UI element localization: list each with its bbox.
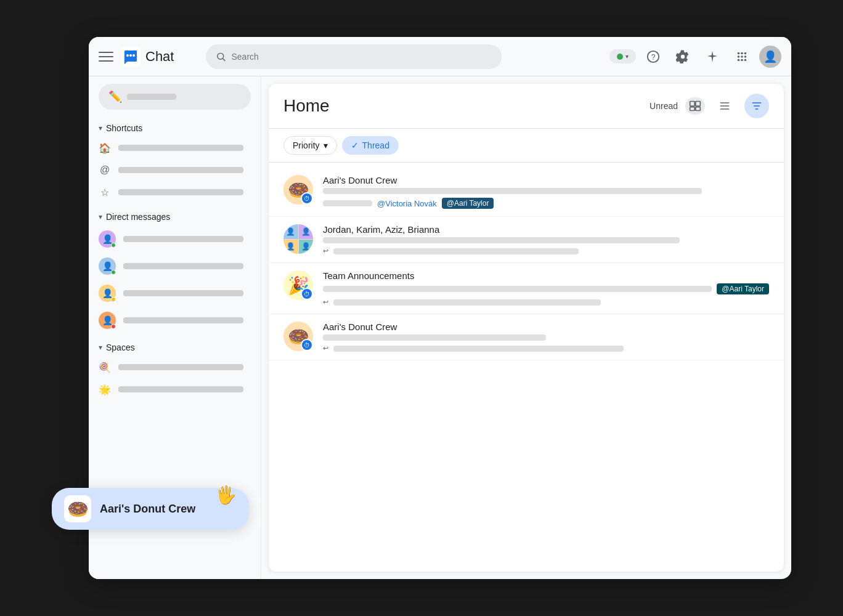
space-name-2: [118, 386, 243, 392]
priority-label: Priority: [293, 140, 320, 150]
conv-preview-1: [323, 188, 702, 194]
thread-icon-3: ↩: [323, 298, 328, 306]
conv-mention-bar-1: [323, 200, 372, 206]
conv-content-3: Team Announcements @Aari Taylor ↩: [323, 270, 769, 306]
dm-title: Direct messages: [106, 212, 170, 222]
menu-icon[interactable]: [99, 49, 113, 64]
dm-avatar-4: 👤: [99, 312, 116, 329]
mentions-label: [118, 167, 243, 173]
app-container: Chat ▾ ?: [52, 37, 791, 579]
conv-badge-4: ⏱: [301, 339, 313, 351]
svg-rect-19: [690, 107, 695, 111]
conv-item-1[interactable]: 🍩 ⏱ Aari's Donut Crew @Victoria Novák @A…: [269, 168, 784, 217]
spaces-header[interactable]: ▾ Spaces: [89, 339, 261, 356]
space-icon-1: 🍭: [99, 361, 111, 373]
view-icon: [719, 100, 731, 112]
spaces-section: ▾ Spaces 🍭 🌟: [89, 339, 261, 400]
sidebar-item-mentions[interactable]: @: [89, 159, 253, 181]
filter-icon: [751, 100, 763, 112]
spaces-item-1[interactable]: 🍭: [89, 356, 253, 378]
conv-preview-3: [323, 286, 712, 292]
conv-item-3[interactable]: 🎉 ⏱ Team Announcements @Aari Taylor ↩: [269, 263, 784, 314]
dm-header[interactable]: ▾ Direct messages: [89, 208, 261, 225]
space-icon-2: 🌟: [99, 383, 111, 395]
view-toggle-button[interactable]: [712, 94, 737, 118]
svg-rect-23: [720, 108, 730, 110]
conv-second-bar-3: [333, 299, 601, 306]
conv-mentions-1: @Victoria Novák @Aari Taylor: [323, 198, 769, 209]
dm-avatar-1: 👤: [99, 230, 116, 248]
main-header: Home Unread: [269, 84, 784, 129]
dm-item-4[interactable]: 👤: [89, 307, 253, 334]
mention-victoria: @Victoria Novák: [377, 199, 437, 208]
conv-second-bar-4: [333, 346, 624, 352]
conv-content-2: Jordan, Karim, Aziz, Brianna ↩: [323, 224, 769, 255]
svg-rect-17: [690, 102, 695, 107]
svg-point-12: [741, 55, 743, 58]
starred-label: [118, 189, 243, 195]
svg-rect-22: [720, 105, 730, 107]
app-title: Chat: [145, 49, 174, 65]
dm-status-4: [111, 324, 116, 329]
dm-avatar-2: 👤: [99, 257, 116, 275]
mention-aari-2: @Aari Taylor: [717, 283, 769, 294]
svg-point-15: [741, 59, 743, 61]
search-bar[interactable]: [206, 44, 502, 69]
priority-chip[interactable]: Priority ▾: [283, 136, 337, 155]
main-content: Home Unread: [269, 84, 784, 572]
conv-badge-1: ⏱: [301, 192, 313, 205]
sidebar-item-home[interactable]: 🏠: [89, 137, 253, 159]
help-button[interactable]: ?: [641, 44, 666, 69]
user-avatar[interactable]: 👤: [759, 46, 781, 68]
svg-point-13: [744, 55, 747, 58]
settings-button[interactable]: [670, 44, 695, 69]
shortcuts-header[interactable]: ▾ Shortcuts: [89, 120, 261, 137]
home-label: [118, 145, 243, 151]
home-icon: 🏠: [99, 142, 111, 154]
spaces-item-2[interactable]: 🌟: [89, 378, 253, 400]
thread-chip[interactable]: ✓ Thread: [342, 136, 399, 155]
group-avatar-piece-3: 👤: [283, 240, 298, 254]
unread-toggle[interactable]: [685, 97, 705, 115]
conv-item-2[interactable]: 👤 👤 👤 👤 Jordan, Karim, Aziz, Brianna ↩: [269, 217, 784, 263]
conv-avatar-3: 🎉 ⏱: [283, 270, 313, 300]
dm-name-3: [123, 290, 243, 296]
svg-line-5: [223, 59, 225, 60]
dm-section: ▾ Direct messages 👤 👤: [89, 208, 261, 334]
top-bar: Chat ▾ ?: [89, 37, 791, 76]
svg-point-2: [129, 54, 132, 57]
new-chat-button[interactable]: ✏️: [99, 84, 251, 110]
conv-avatar-1: 🍩 ⏱: [283, 175, 313, 205]
new-chat-label: [127, 94, 176, 100]
apps-button[interactable]: [730, 44, 754, 69]
dm-item-3[interactable]: 👤: [89, 280, 253, 307]
filter-chips: Priority ▾ ✓ Thread: [269, 129, 784, 163]
cursor-icon: 🖐: [215, 485, 237, 505]
conv-item-4[interactable]: 🍩 ⏱ Aari's Donut Crew ↩: [269, 314, 784, 360]
gemini-button[interactable]: [700, 44, 725, 69]
space-tooltip[interactable]: 🍩 Aari's Donut Crew 🖐: [52, 488, 249, 530]
conv-content-1: Aari's Donut Crew @Victoria Novák @Aari …: [323, 175, 769, 209]
page-title: Home: [283, 96, 330, 116]
shortcuts-title: Shortcuts: [106, 123, 142, 133]
status-button[interactable]: ▾: [609, 49, 636, 63]
filter-button[interactable]: [744, 94, 769, 118]
sidebar-item-starred[interactable]: ☆: [89, 181, 253, 203]
search-input[interactable]: [231, 52, 492, 62]
svg-text:?: ?: [651, 52, 656, 61]
conv-name-4: Aari's Donut Crew: [323, 322, 769, 332]
conv-preview-2: [323, 237, 680, 243]
search-icon: [216, 51, 226, 62]
thread-icon-2: ↩: [323, 247, 328, 255]
dm-item-2[interactable]: 👤: [89, 253, 253, 280]
group-avatar-piece-4: 👤: [299, 240, 314, 254]
priority-chevron-icon: ▾: [324, 140, 328, 150]
svg-rect-18: [696, 102, 701, 107]
dm-name-4: [123, 317, 243, 323]
conv-avatar-2: 👤 👤 👤 👤: [283, 224, 313, 254]
conv-mentions-3: ↩: [323, 298, 769, 306]
dm-item-1[interactable]: 👤: [89, 225, 253, 253]
svg-point-9: [741, 52, 743, 54]
svg-point-16: [744, 59, 747, 61]
conv-name-1: Aari's Donut Crew: [323, 175, 769, 185]
